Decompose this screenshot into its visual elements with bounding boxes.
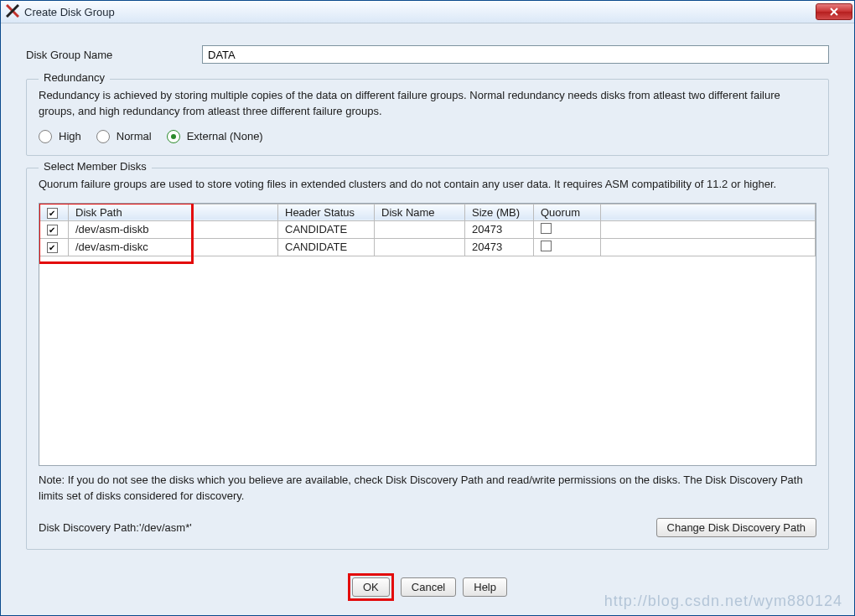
titlebar: Create Disk Group [1, 1, 854, 23]
row-checkbox[interactable] [47, 225, 58, 236]
quorum-checkbox[interactable] [541, 223, 552, 234]
col-disk-path[interactable]: Disk Path [69, 204, 278, 220]
cell-size-mb: 20473 [465, 220, 534, 238]
radio-external[interactable] [167, 130, 180, 143]
cancel-button[interactable]: Cancel [401, 577, 456, 597]
footer-buttons: OK Cancel Help [26, 573, 829, 601]
member-disks-legend: Select Member Disks [39, 160, 152, 173]
select-all-checkbox[interactable] [47, 208, 58, 219]
change-discovery-path-button[interactable]: Change Disk Discovery Path [656, 518, 816, 537]
member-disks-description: Quorum failure groups are used to store … [39, 177, 816, 193]
disk-group-name-row: Disk Group Name [26, 45, 829, 64]
redundancy-radios: High Normal External (None) [39, 130, 816, 143]
ok-button[interactable]: OK [352, 577, 390, 597]
table-header-row: Disk Path Header Status Disk Name Size (… [40, 204, 816, 220]
redundancy-legend: Redundancy [39, 71, 110, 84]
close-icon [830, 8, 838, 16]
annotation-highlight-ok: OK [348, 573, 394, 601]
help-button[interactable]: Help [463, 577, 507, 597]
app-icon [6, 4, 19, 20]
radio-high-label: High [59, 130, 81, 142]
table-row: /dev/asm-diskb CANDIDATE 20473 [40, 220, 816, 238]
table-row: /dev/asm-diskc CANDIDATE 20473 [40, 238, 816, 256]
discovery-path-row: Disk Discovery Path:'/dev/asm*' Change D… [39, 518, 816, 537]
cell-header-status: CANDIDATE [278, 238, 375, 256]
create-disk-group-window: Create Disk Group Disk Group Name Redund… [0, 0, 855, 616]
disks-table-container: Disk Path Header Status Disk Name Size (… [39, 203, 816, 467]
disk-group-name-label: Disk Group Name [26, 49, 202, 61]
col-quorum[interactable]: Quorum [534, 204, 601, 220]
header-checkbox-cell [40, 204, 69, 220]
col-spacer [601, 204, 816, 220]
disks-note: Note: If you do not see the disks which … [39, 473, 816, 505]
disk-group-name-input[interactable] [202, 45, 829, 64]
dialog-body: Disk Group Name Redundancy Redundancy is… [1, 23, 854, 616]
redundancy-description: Redundancy is achieved by storing multip… [39, 88, 816, 120]
disks-table: Disk Path Header Status Disk Name Size (… [39, 204, 816, 256]
cell-disk-path: /dev/asm-diskb [69, 220, 278, 238]
radio-normal[interactable] [96, 130, 110, 143]
cell-disk-path: /dev/asm-diskc [69, 238, 278, 256]
col-header-status[interactable]: Header Status [278, 204, 375, 220]
radio-high[interactable] [39, 130, 52, 143]
cell-size-mb: 20473 [465, 238, 534, 256]
redundancy-fieldset: Redundancy Redundancy is achieved by sto… [26, 79, 829, 156]
col-disk-name[interactable]: Disk Name [375, 204, 465, 220]
cell-disk-name [375, 220, 465, 238]
quorum-checkbox[interactable] [541, 241, 552, 251]
window-title: Create Disk Group [24, 6, 115, 18]
discovery-path-label: Disk Discovery Path:'/dev/asm*' [39, 521, 192, 534]
cell-header-status: CANDIDATE [278, 220, 375, 238]
radio-normal-label: Normal [117, 130, 152, 142]
row-checkbox[interactable] [47, 242, 58, 253]
cell-disk-name [375, 238, 465, 256]
close-button[interactable] [816, 3, 852, 20]
member-disks-fieldset: Select Member Disks Quorum failure group… [26, 168, 829, 550]
col-size-mb[interactable]: Size (MB) [465, 204, 534, 220]
radio-external-label: External (None) [187, 130, 263, 142]
